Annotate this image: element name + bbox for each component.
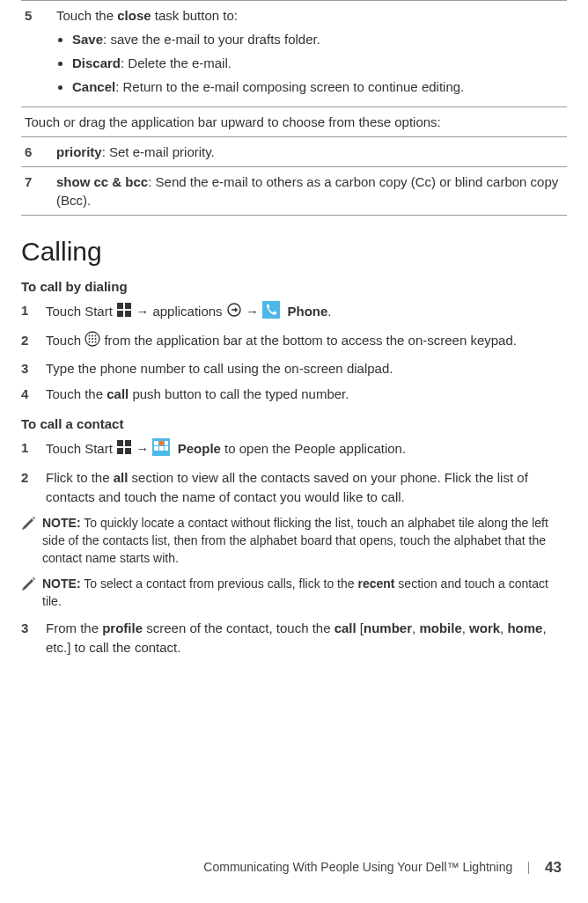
bold: all — [114, 470, 129, 485]
text: from the application bar at the bottom t… — [104, 333, 517, 348]
page-number: 43 — [545, 859, 562, 876]
note-row: NOTE: To quickly locate a contact withou… — [21, 515, 567, 567]
bold: call — [334, 620, 356, 635]
bold: Save — [72, 32, 103, 47]
step-row: 3 Type the phone number to call using th… — [21, 359, 567, 378]
keypad-circle-icon — [85, 331, 100, 352]
phone-tile-icon — [262, 301, 280, 324]
svg-point-7 — [89, 334, 91, 336]
svg-rect-22 — [159, 441, 164, 445]
step-body: Touch Start → People to open the People … — [46, 438, 567, 461]
note-label: NOTE: — [42, 576, 81, 591]
step-row: 2 Flick to the all section to view all t… — [21, 468, 567, 507]
svg-rect-23 — [165, 441, 168, 445]
footer-text: Communicating With People Using Your Del… — [203, 860, 512, 874]
svg-rect-18 — [117, 448, 123, 454]
svg-rect-21 — [154, 441, 158, 445]
svg-rect-3 — [125, 311, 131, 317]
arrow: → — [246, 304, 259, 319]
text: Touch Start — [46, 304, 116, 319]
bold: profile — [102, 620, 143, 635]
text: , — [462, 620, 469, 635]
text: Touch the — [56, 8, 117, 23]
text: Flick to the — [46, 470, 114, 485]
table-row: Touch or drag the application bar upward… — [21, 107, 567, 137]
svg-point-13 — [89, 341, 91, 342]
svg-rect-5 — [262, 301, 280, 319]
step-body: Touch Start → applications → Phone. — [46, 301, 567, 324]
bold: priority — [56, 144, 102, 159]
step-number: 2 — [21, 468, 46, 507]
table-row: 5 Touch the close task button to: Save: … — [21, 1, 567, 107]
bold: recent — [357, 576, 394, 591]
step-number: 3 — [21, 619, 46, 657]
bold: number — [364, 620, 412, 635]
note-pencil-icon — [21, 576, 42, 610]
step-row: 1 Touch Start → applications → Phone. — [21, 301, 567, 324]
step-number: 1 — [21, 438, 46, 461]
note-pencil-icon — [21, 515, 42, 567]
note-label: NOTE: — [42, 516, 81, 530]
step-number: 3 — [21, 359, 46, 378]
step-number: 2 — [21, 331, 46, 352]
svg-rect-19 — [125, 448, 131, 454]
step-body: From the profile screen of the contact, … — [46, 619, 567, 657]
bold: Discard — [72, 55, 121, 70]
svg-point-11 — [92, 338, 93, 340]
options-table: 5 Touch the close task button to: Save: … — [21, 0, 567, 216]
svg-point-14 — [92, 341, 93, 342]
text: applications — [152, 304, 225, 319]
text: [ — [356, 620, 364, 635]
step-body: Touch from the application bar at the bo… — [46, 331, 567, 352]
step-number: 4 — [21, 385, 46, 404]
start-tiles-icon — [116, 439, 132, 460]
page-footer: Communicating With People Using Your Del… — [26, 859, 562, 877]
subheading-dialing: To call by dialing — [21, 279, 567, 294]
arrow: → — [136, 304, 149, 319]
bold: call — [107, 386, 129, 401]
subheading-contact: To call a contact — [21, 416, 567, 431]
text: : save the e-mail to your drafts folder. — [103, 32, 320, 47]
svg-point-12 — [95, 338, 97, 340]
step-number: 1 — [21, 301, 46, 324]
text: : Set e-mail priority. — [102, 144, 215, 159]
step-number: 5 — [21, 1, 53, 107]
touch-drag-text: Touch or drag the application bar upward… — [21, 107, 567, 137]
bold: mobile — [419, 620, 461, 635]
bold: work — [469, 620, 500, 635]
text: Touch Start — [46, 441, 116, 456]
note-body: NOTE: To quickly locate a contact withou… — [42, 515, 567, 567]
circle-arrow-icon — [226, 302, 242, 323]
text: Touch — [46, 333, 85, 348]
svg-rect-1 — [125, 303, 131, 309]
step-body: Type the phone number to call using the … — [46, 359, 567, 378]
svg-rect-2 — [117, 311, 123, 317]
text: To select a contact from previous calls,… — [81, 576, 358, 591]
text: screen of the contact, touch the — [143, 620, 334, 635]
text: task button to: — [151, 8, 238, 23]
table-row: 6 priority: Set e-mail priority. — [21, 137, 567, 167]
svg-rect-16 — [117, 440, 123, 446]
list-item: Save: save the e-mail to your drafts fol… — [72, 30, 563, 48]
list-item: Discard: Delete the e-mail. — [72, 54, 563, 72]
svg-rect-25 — [159, 446, 164, 451]
svg-point-9 — [95, 334, 97, 336]
step-body: Touch the call push button to call the t… — [46, 385, 567, 404]
text: to open the People application. — [221, 441, 406, 456]
list-item: Cancel: Return to the e-mail composing s… — [72, 77, 563, 96]
step-number: 6 — [21, 137, 53, 167]
note-row: NOTE: To select a contact from previous … — [21, 576, 567, 610]
bold: Phone — [287, 304, 327, 319]
svg-rect-24 — [154, 446, 158, 451]
step-row: 3 From the profile screen of the contact… — [21, 619, 567, 657]
svg-rect-17 — [125, 440, 131, 446]
start-tiles-icon — [116, 302, 132, 323]
svg-rect-0 — [117, 303, 123, 309]
text: : Return to the e-mail composing screen … — [115, 79, 464, 94]
step-body: Flick to the all section to view all the… — [46, 468, 567, 507]
text: push button to call the typed number. — [129, 386, 349, 401]
arrow: → — [136, 441, 149, 456]
step-number: 7 — [21, 167, 53, 216]
svg-rect-26 — [165, 446, 168, 451]
text: : Delete the e-mail. — [121, 55, 232, 70]
